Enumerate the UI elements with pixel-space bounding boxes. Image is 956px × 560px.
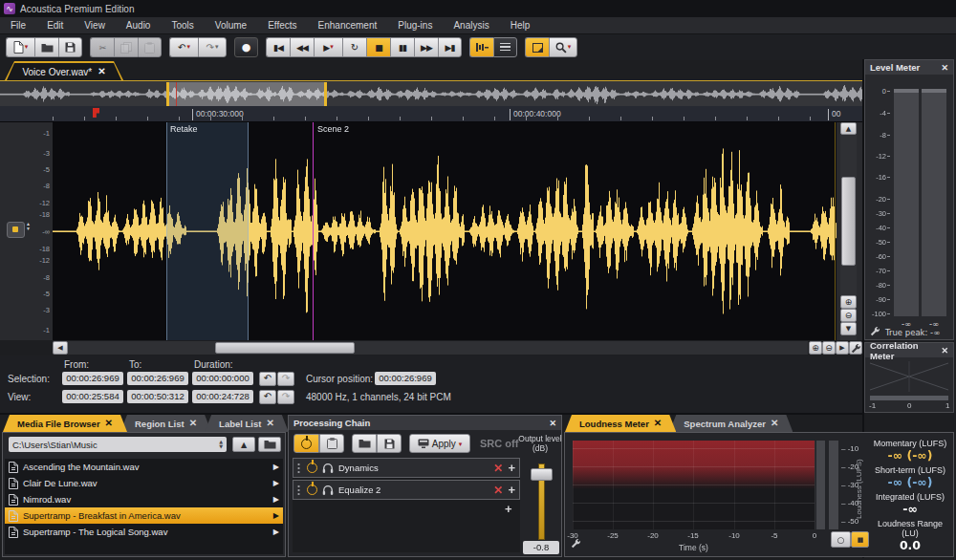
- menu-file[interactable]: File: [0, 18, 36, 32]
- effect-row[interactable]: Dynamics✕+: [293, 458, 520, 478]
- add-effect-after-button[interactable]: +: [508, 461, 515, 475]
- effect-row[interactable]: Equalize 2✕+: [293, 480, 520, 500]
- time-ruler[interactable]: 00:00:30:000 00:00:40:000 00: [0, 106, 862, 122]
- pause-button[interactable]: ▮▮: [390, 37, 414, 57]
- folder-up-button[interactable]: ▲: [232, 437, 255, 452]
- save-button[interactable]: [58, 37, 82, 57]
- undo-button[interactable]: ↶▾: [169, 37, 198, 57]
- reset-measurement-button[interactable]: ○: [831, 531, 851, 548]
- selection-to-field[interactable]: 00:00:26:969: [127, 372, 188, 385]
- selection-tool-button[interactable]: [525, 37, 549, 57]
- output-level-value[interactable]: -0.8: [523, 541, 559, 554]
- chain-load-button[interactable]: [352, 434, 377, 453]
- play-file-button[interactable]: ▶: [273, 463, 279, 471]
- close-panel-icon[interactable]: ✕: [941, 63, 948, 73]
- chain-clipboard-button[interactable]: [319, 434, 344, 453]
- play-button[interactable]: ▶▾: [314, 37, 342, 57]
- menu-help[interactable]: Help: [500, 18, 541, 32]
- menu-effects[interactable]: Effects: [257, 18, 307, 32]
- zoom-settings-button[interactable]: [849, 341, 862, 355]
- remove-effect-button[interactable]: ✕: [493, 462, 503, 475]
- menu-view[interactable]: View: [74, 18, 116, 32]
- channel-spinner[interactable]: ▲▼: [26, 222, 31, 231]
- scroll-right-button[interactable]: ▶: [836, 341, 849, 355]
- wrench-icon[interactable]: [870, 326, 880, 336]
- menu-volume[interactable]: Volume: [205, 18, 257, 32]
- zoom-tool-button[interactable]: ▾: [549, 37, 577, 57]
- waveform-overview[interactable]: [0, 80, 862, 106]
- play-file-button[interactable]: ▶: [273, 495, 279, 504]
- close-tab-icon[interactable]: ✕: [189, 419, 197, 428]
- drag-handle-icon[interactable]: [297, 485, 302, 495]
- view-duration-field[interactable]: 00:00:24:728: [192, 390, 253, 403]
- scroll-up-button[interactable]: ▲: [840, 122, 857, 135]
- tab-label-list[interactable]: Label List✕: [205, 415, 289, 432]
- remove-effect-button[interactable]: ✕: [493, 484, 503, 497]
- copy-button[interactable]: [114, 37, 138, 57]
- selection-undo-button[interactable]: ↶: [259, 372, 276, 386]
- close-panel-icon[interactable]: ✕: [941, 346, 948, 355]
- drag-handle-icon[interactable]: [297, 463, 302, 473]
- tab-spectrum-analyzer[interactable]: Spectrum Analyzer✕: [669, 415, 793, 432]
- zoom-out-button[interactable]: ⊖: [822, 341, 836, 355]
- redo-button[interactable]: ↷▾: [198, 37, 227, 57]
- menu-tools[interactable]: Tools: [161, 18, 204, 32]
- headphones-icon[interactable]: [322, 463, 334, 473]
- menu-plugins[interactable]: Plug-ins: [387, 18, 443, 32]
- vertical-scroll-thumb[interactable]: [841, 177, 856, 266]
- region-retake[interactable]: [166, 122, 249, 340]
- add-effect-after-button[interactable]: +: [508, 483, 515, 497]
- waveform-edit-view-button[interactable]: [469, 37, 493, 57]
- output-slider-handle[interactable]: [531, 468, 553, 481]
- channel-button[interactable]: [7, 222, 25, 238]
- add-effect-button[interactable]: +: [505, 502, 512, 516]
- horizontal-scroll-thumb[interactable]: [215, 342, 355, 354]
- waveform-view[interactable]: Retake Scene 2: [53, 122, 836, 340]
- stop-button[interactable]: ■: [366, 37, 390, 57]
- tab-loudness-meter[interactable]: Loudness Meter✕: [565, 415, 676, 432]
- menu-analysis[interactable]: Analysis: [443, 18, 499, 32]
- horizontal-scrollbar[interactable]: ◀: [53, 341, 808, 355]
- cursor-position-field[interactable]: 00:00:26:969: [375, 372, 436, 385]
- close-tab-icon[interactable]: ✕: [771, 419, 778, 428]
- mix-view-button[interactable]: [493, 37, 517, 57]
- path-combobox[interactable]: C:\Users\Stian\Music ▲▼: [9, 437, 227, 452]
- view-to-field[interactable]: 00:00:50:312: [127, 390, 188, 403]
- file-row[interactable]: Nimrod.wav▶: [5, 491, 283, 507]
- marker-line[interactable]: [313, 122, 314, 340]
- close-tab-icon[interactable]: ✕: [105, 419, 113, 428]
- file-row[interactable]: Supertramp - The Logical Song.wav▶: [5, 524, 283, 540]
- close-tab-icon[interactable]: ✕: [654, 419, 662, 428]
- browse-folder-button[interactable]: [258, 437, 281, 452]
- close-tab-icon[interactable]: ✕: [98, 67, 105, 76]
- document-tab[interactable]: Voice Over.wav*✕: [5, 61, 123, 80]
- overview-waveform-canvas[interactable]: [0, 82, 862, 106]
- close-tab-icon[interactable]: ✕: [266, 419, 273, 428]
- fast-forward-button[interactable]: ▶▶: [414, 37, 438, 57]
- chain-enable-button[interactable]: [293, 434, 319, 453]
- effect-power-icon[interactable]: [307, 463, 317, 473]
- skip-to-start-button[interactable]: ▮◀: [266, 37, 290, 57]
- menu-enhancement[interactable]: Enhancement: [308, 18, 388, 32]
- zoom-in-vertical-button[interactable]: ⊕: [840, 295, 857, 309]
- headphones-icon[interactable]: [322, 485, 334, 495]
- rewind-button[interactable]: ◀◀: [290, 37, 314, 57]
- file-row[interactable]: Clair De Lune.wav▶: [5, 475, 283, 491]
- selection-duration-field[interactable]: 00:00:00:000: [192, 372, 253, 385]
- effect-power-icon[interactable]: [307, 485, 317, 495]
- new-file-button[interactable]: ▾: [6, 37, 34, 57]
- vertical-scrollbar[interactable]: ▲ ⊕ ⊖ ▼: [840, 122, 857, 340]
- menu-audio[interactable]: Audio: [116, 18, 162, 32]
- scroll-left-button[interactable]: ◀: [53, 341, 68, 355]
- file-row[interactable]: Ascending the Mountain.wav▶: [5, 459, 283, 475]
- record-button[interactable]: ●: [234, 37, 258, 57]
- play-file-button[interactable]: ▶: [273, 479, 279, 487]
- selection-from-field[interactable]: 00:00:26:969: [62, 372, 123, 385]
- play-file-button[interactable]: ▶: [273, 528, 279, 536]
- view-undo-button[interactable]: ↶: [259, 390, 276, 404]
- scroll-down-button[interactable]: ▼: [840, 322, 857, 335]
- zoom-in-button[interactable]: ⊕: [809, 341, 822, 355]
- tab-region-list[interactable]: Region List✕: [120, 415, 211, 432]
- cut-button[interactable]: ✂: [90, 37, 114, 57]
- view-from-field[interactable]: 00:00:25:584: [62, 390, 123, 403]
